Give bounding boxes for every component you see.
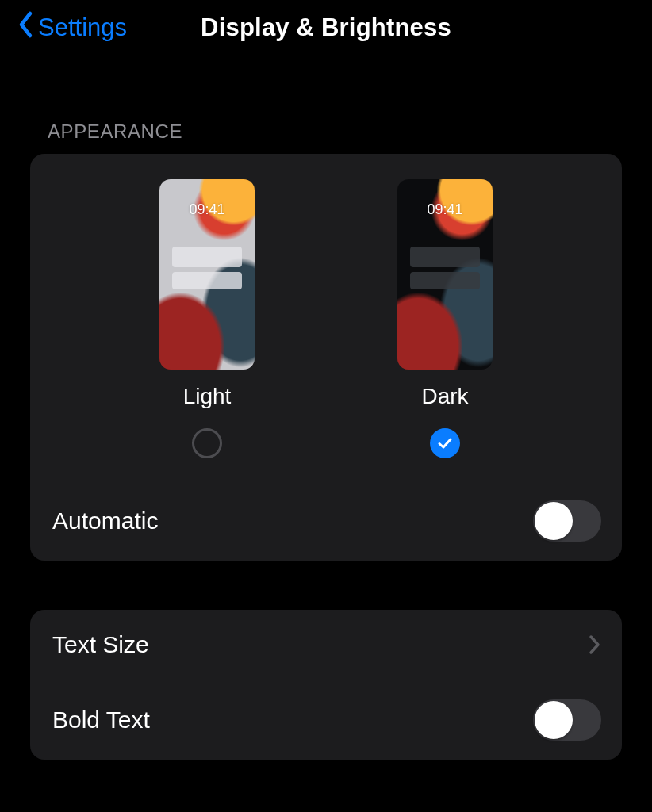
dark-label: Dark <box>421 384 468 409</box>
appearance-group: 09:41 Light 09:41 Dark Automatic <box>30 154 622 561</box>
automatic-row: Automatic <box>30 481 622 561</box>
preview-widget <box>410 272 480 289</box>
text-size-row[interactable]: Text Size <box>30 610 622 680</box>
bold-text-label: Bold Text <box>52 707 150 733</box>
appearance-option-dark[interactable]: 09:41 Dark <box>397 179 493 458</box>
automatic-label: Automatic <box>52 508 158 534</box>
text-size-label: Text Size <box>52 631 149 658</box>
toggle-knob <box>535 502 573 540</box>
light-label: Light <box>183 384 232 409</box>
radio-checked-icon <box>430 428 460 458</box>
preview-widget <box>172 247 242 267</box>
automatic-toggle[interactable] <box>533 500 601 542</box>
preview-time: 09:41 <box>159 201 255 218</box>
text-group: Text Size Bold Text <box>30 610 622 760</box>
back-button[interactable]: Settings <box>17 10 127 45</box>
preview-time: 09:41 <box>397 201 493 218</box>
bold-text-toggle[interactable] <box>533 699 601 741</box>
chevron-right-icon <box>589 634 601 655</box>
dark-mode-preview: 09:41 <box>397 179 493 370</box>
toggle-knob <box>535 701 573 739</box>
preview-widget <box>172 272 242 289</box>
back-label: Settings <box>38 13 127 42</box>
page-title: Display & Brightness <box>201 13 451 42</box>
light-mode-preview: 09:41 <box>159 179 255 370</box>
appearance-option-light[interactable]: 09:41 Light <box>159 179 255 458</box>
appearance-section-header: APPEARANCE <box>0 56 652 154</box>
preview-widget <box>410 247 480 267</box>
chevron-left-icon <box>17 10 38 45</box>
radio-unchecked-icon <box>192 428 222 458</box>
bold-text-row: Bold Text <box>30 680 622 760</box>
